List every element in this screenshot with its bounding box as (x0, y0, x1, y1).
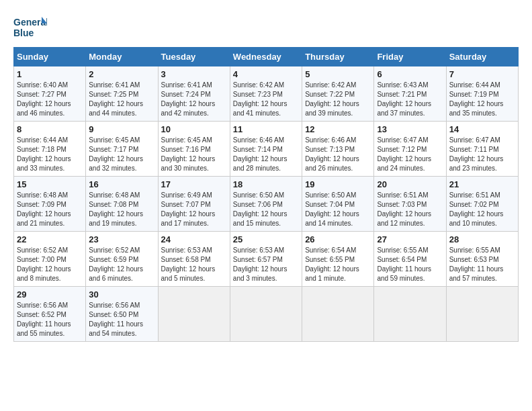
day-number: 24 (161, 234, 227, 244)
day-number: 6 (377, 69, 443, 79)
day-info: Sunrise: 6:40 AMSunset: 7:27 PMDaylight:… (17, 81, 83, 118)
day-info: Sunrise: 6:48 AMSunset: 7:09 PMDaylight:… (17, 191, 83, 228)
calendar-cell: 13Sunrise: 6:47 AMSunset: 7:12 PMDayligh… (374, 122, 446, 177)
day-info: Sunrise: 6:56 AMSunset: 6:52 PMDaylight:… (17, 301, 83, 338)
svg-text:Blue: Blue (13, 28, 34, 38)
day-info: Sunrise: 6:52 AMSunset: 7:00 PMDaylight:… (17, 246, 83, 283)
day-info: Sunrise: 6:53 AMSunset: 6:58 PMDaylight:… (161, 246, 227, 283)
weekday-header-thursday: Thursday (302, 48, 374, 66)
calendar-week-row: 15Sunrise: 6:48 AMSunset: 7:09 PMDayligh… (14, 177, 519, 232)
calendar-cell: 15Sunrise: 6:48 AMSunset: 7:09 PMDayligh… (14, 177, 86, 232)
day-info: Sunrise: 6:47 AMSunset: 7:11 PMDaylight:… (449, 136, 515, 173)
day-number: 21 (449, 179, 515, 189)
calendar-cell: 23Sunrise: 6:52 AMSunset: 6:59 PMDayligh… (86, 232, 158, 287)
day-number: 2 (89, 69, 154, 79)
calendar-cell: 18Sunrise: 6:50 AMSunset: 7:06 PMDayligh… (230, 177, 302, 232)
day-number: 9 (89, 124, 154, 134)
day-number: 25 (233, 234, 299, 244)
day-info: Sunrise: 6:49 AMSunset: 7:07 PMDaylight:… (161, 191, 227, 228)
day-number: 15 (17, 179, 83, 189)
calendar-cell: 16Sunrise: 6:48 AMSunset: 7:08 PMDayligh… (86, 177, 158, 232)
day-info: Sunrise: 6:45 AMSunset: 7:16 PMDaylight:… (161, 136, 227, 173)
header: General Blue (13, 13, 519, 40)
weekday-header-row: SundayMondayTuesdayWednesdayThursdayFrid… (14, 48, 519, 66)
calendar-cell: 5Sunrise: 6:42 AMSunset: 7:22 PMDaylight… (302, 66, 374, 122)
day-info: Sunrise: 6:46 AMSunset: 7:14 PMDaylight:… (233, 136, 299, 173)
calendar-table: SundayMondayTuesdayWednesdayThursdayFrid… (13, 47, 519, 342)
weekday-header-sunday: Sunday (14, 48, 86, 66)
calendar-cell: 17Sunrise: 6:49 AMSunset: 7:07 PMDayligh… (158, 177, 230, 232)
day-info: Sunrise: 6:55 AMSunset: 6:54 PMDaylight:… (377, 246, 443, 283)
day-info: Sunrise: 6:54 AMSunset: 6:55 PMDaylight:… (305, 246, 371, 283)
calendar-cell: 26Sunrise: 6:54 AMSunset: 6:55 PMDayligh… (302, 232, 374, 287)
day-info: Sunrise: 6:50 AMSunset: 7:06 PMDaylight:… (233, 191, 299, 228)
calendar-cell: 6Sunrise: 6:43 AMSunset: 7:21 PMDaylight… (374, 66, 446, 122)
day-info: Sunrise: 6:44 AMSunset: 7:18 PMDaylight:… (17, 136, 83, 173)
day-info: Sunrise: 6:48 AMSunset: 7:08 PMDaylight:… (89, 191, 154, 228)
logo-icon: General Blue (13, 13, 47, 40)
day-info: Sunrise: 6:47 AMSunset: 7:12 PMDaylight:… (377, 136, 443, 173)
calendar-cell: 3Sunrise: 6:41 AMSunset: 7:24 PMDaylight… (158, 66, 230, 122)
day-number: 13 (377, 124, 443, 134)
calendar-cell (446, 287, 518, 342)
day-number: 8 (17, 124, 83, 134)
day-number: 14 (449, 124, 515, 134)
calendar-cell: 4Sunrise: 6:42 AMSunset: 7:23 PMDaylight… (230, 66, 302, 122)
day-number: 12 (305, 124, 371, 134)
day-info: Sunrise: 6:44 AMSunset: 7:19 PMDaylight:… (449, 81, 515, 118)
calendar-cell: 10Sunrise: 6:45 AMSunset: 7:16 PMDayligh… (158, 122, 230, 177)
calendar-cell: 7Sunrise: 6:44 AMSunset: 7:19 PMDaylight… (446, 66, 518, 122)
weekday-header-friday: Friday (374, 48, 446, 66)
calendar-week-row: 22Sunrise: 6:52 AMSunset: 7:00 PMDayligh… (14, 232, 519, 287)
day-info: Sunrise: 6:51 AMSunset: 7:03 PMDaylight:… (377, 191, 443, 228)
logo: General Blue (13, 13, 50, 40)
weekday-header-tuesday: Tuesday (158, 48, 230, 66)
day-info: Sunrise: 6:52 AMSunset: 6:59 PMDaylight:… (89, 246, 154, 283)
calendar-cell: 29Sunrise: 6:56 AMSunset: 6:52 PMDayligh… (14, 287, 86, 342)
day-number: 3 (161, 69, 227, 79)
day-info: Sunrise: 6:56 AMSunset: 6:50 PMDaylight:… (89, 301, 154, 338)
day-number: 11 (233, 124, 299, 134)
day-number: 5 (305, 69, 371, 79)
day-number: 7 (449, 69, 515, 79)
calendar-cell: 20Sunrise: 6:51 AMSunset: 7:03 PMDayligh… (374, 177, 446, 232)
day-number: 10 (161, 124, 227, 134)
day-info: Sunrise: 6:51 AMSunset: 7:02 PMDaylight:… (449, 191, 515, 228)
calendar-cell (302, 287, 374, 342)
day-info: Sunrise: 6:42 AMSunset: 7:22 PMDaylight:… (305, 81, 371, 118)
day-info: Sunrise: 6:45 AMSunset: 7:17 PMDaylight:… (89, 136, 154, 173)
calendar-cell: 12Sunrise: 6:46 AMSunset: 7:13 PMDayligh… (302, 122, 374, 177)
weekday-header-monday: Monday (86, 48, 158, 66)
day-number: 29 (17, 289, 83, 300)
weekday-header-wednesday: Wednesday (230, 48, 302, 66)
day-info: Sunrise: 6:42 AMSunset: 7:23 PMDaylight:… (233, 81, 299, 118)
calendar-cell: 11Sunrise: 6:46 AMSunset: 7:14 PMDayligh… (230, 122, 302, 177)
day-number: 26 (305, 234, 371, 244)
calendar-cell: 8Sunrise: 6:44 AMSunset: 7:18 PMDaylight… (14, 122, 86, 177)
calendar-cell: 14Sunrise: 6:47 AMSunset: 7:11 PMDayligh… (446, 122, 518, 177)
day-number: 16 (89, 179, 154, 189)
calendar-cell (158, 287, 230, 342)
calendar-cell: 25Sunrise: 6:53 AMSunset: 6:57 PMDayligh… (230, 232, 302, 287)
calendar-week-row: 8Sunrise: 6:44 AMSunset: 7:18 PMDaylight… (14, 122, 519, 177)
day-info: Sunrise: 6:46 AMSunset: 7:13 PMDaylight:… (305, 136, 371, 173)
calendar-cell: 21Sunrise: 6:51 AMSunset: 7:02 PMDayligh… (446, 177, 518, 232)
day-number: 1 (17, 69, 83, 79)
calendar-week-row: 1Sunrise: 6:40 AMSunset: 7:27 PMDaylight… (14, 66, 519, 122)
calendar-cell: 28Sunrise: 6:55 AMSunset: 6:53 PMDayligh… (446, 232, 518, 287)
calendar-cell: 2Sunrise: 6:41 AMSunset: 7:25 PMDaylight… (86, 66, 158, 122)
day-number: 28 (449, 234, 515, 244)
day-info: Sunrise: 6:50 AMSunset: 7:04 PMDaylight:… (305, 191, 371, 228)
day-number: 4 (233, 69, 299, 79)
weekday-header-saturday: Saturday (446, 48, 518, 66)
calendar-cell: 30Sunrise: 6:56 AMSunset: 6:50 PMDayligh… (86, 287, 158, 342)
calendar-cell: 27Sunrise: 6:55 AMSunset: 6:54 PMDayligh… (374, 232, 446, 287)
day-number: 22 (17, 234, 83, 244)
calendar-cell (230, 287, 302, 342)
day-info: Sunrise: 6:53 AMSunset: 6:57 PMDaylight:… (233, 246, 299, 283)
day-info: Sunrise: 6:55 AMSunset: 6:53 PMDaylight:… (449, 246, 515, 283)
calendar-cell: 19Sunrise: 6:50 AMSunset: 7:04 PMDayligh… (302, 177, 374, 232)
day-number: 30 (89, 289, 154, 300)
day-number: 17 (161, 179, 227, 189)
calendar-week-row: 29Sunrise: 6:56 AMSunset: 6:52 PMDayligh… (14, 287, 519, 342)
